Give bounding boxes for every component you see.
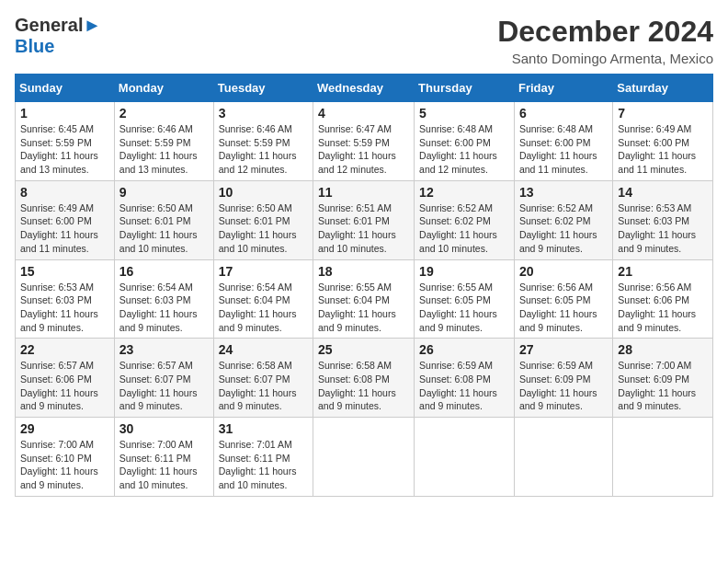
day-number: 5 [419, 106, 509, 121]
day-number: 11 [318, 185, 409, 200]
table-row: 24Sunrise: 6:58 AMSunset: 6:07 PMDayligh… [213, 339, 313, 418]
calendar-header-row: Sunday Monday Tuesday Wednesday Thursday… [16, 75, 713, 102]
day-info: Sunrise: 6:56 AMSunset: 6:05 PMDaylight:… [519, 281, 608, 335]
page-header: General► Blue December 2024 Santo Doming… [15, 15, 713, 66]
day-info: Sunrise: 6:45 AMSunset: 5:59 PMDaylight:… [20, 122, 109, 177]
day-info: Sunrise: 6:53 AMSunset: 6:03 PMDaylight:… [20, 281, 109, 335]
table-row: 4Sunrise: 6:47 AMSunset: 5:59 PMDaylight… [313, 102, 415, 181]
table-row: 27Sunrise: 6:59 AMSunset: 6:09 PMDayligh… [514, 339, 612, 418]
title-block: December 2024 Santo Domingo Armenta, Mex… [497, 15, 713, 66]
day-number: 13 [519, 185, 608, 200]
table-row: 22Sunrise: 6:57 AMSunset: 6:06 PMDayligh… [16, 339, 115, 418]
day-number: 25 [318, 342, 409, 357]
calendar-week-row: 8Sunrise: 6:49 AMSunset: 6:00 PMDaylight… [16, 180, 713, 259]
day-info: Sunrise: 7:00 AMSunset: 6:11 PMDaylight:… [119, 438, 209, 492]
col-monday: Monday [114, 75, 213, 102]
table-row [415, 418, 515, 497]
table-row: 1Sunrise: 6:45 AMSunset: 5:59 PMDaylight… [16, 102, 115, 181]
day-number: 9 [119, 185, 209, 200]
table-row: 14Sunrise: 6:53 AMSunset: 6:03 PMDayligh… [613, 180, 713, 259]
day-info: Sunrise: 6:48 AMSunset: 6:00 PMDaylight:… [419, 122, 509, 177]
day-number: 29 [20, 421, 109, 436]
table-row: 11Sunrise: 6:51 AMSunset: 6:01 PMDayligh… [313, 180, 415, 259]
calendar-week-row: 22Sunrise: 6:57 AMSunset: 6:06 PMDayligh… [16, 339, 713, 418]
day-number: 26 [419, 342, 509, 357]
table-row: 2Sunrise: 6:46 AMSunset: 5:59 PMDaylight… [114, 102, 213, 181]
day-info: Sunrise: 6:57 AMSunset: 6:07 PMDaylight:… [119, 359, 209, 413]
day-number: 14 [618, 185, 708, 200]
calendar-subtitle: Santo Domingo Armenta, Mexico [497, 51, 713, 66]
day-info: Sunrise: 7:00 AMSunset: 6:10 PMDaylight:… [20, 438, 109, 492]
day-info: Sunrise: 6:48 AMSunset: 6:00 PMDaylight:… [519, 122, 608, 177]
col-saturday: Saturday [613, 75, 713, 102]
col-sunday: Sunday [16, 75, 115, 102]
table-row: 28Sunrise: 7:00 AMSunset: 6:09 PMDayligh… [613, 339, 713, 418]
table-row [514, 418, 612, 497]
table-row [313, 418, 415, 497]
table-row: 6Sunrise: 6:48 AMSunset: 6:00 PMDaylight… [514, 102, 612, 181]
day-number: 8 [20, 185, 109, 200]
day-info: Sunrise: 7:01 AMSunset: 6:11 PMDaylight:… [219, 438, 308, 492]
table-row: 29Sunrise: 7:00 AMSunset: 6:10 PMDayligh… [16, 418, 115, 497]
day-number: 6 [519, 106, 608, 121]
day-number: 28 [618, 342, 708, 357]
table-row: 19Sunrise: 6:55 AMSunset: 6:05 PMDayligh… [415, 259, 515, 339]
day-number: 3 [219, 106, 308, 121]
day-number: 23 [119, 342, 209, 357]
day-info: Sunrise: 6:59 AMSunset: 6:08 PMDaylight:… [419, 359, 509, 413]
col-tuesday: Tuesday [213, 75, 313, 102]
day-info: Sunrise: 6:59 AMSunset: 6:09 PMDaylight:… [519, 359, 608, 413]
table-row: 3Sunrise: 6:46 AMSunset: 5:59 PMDaylight… [213, 102, 313, 181]
day-number: 21 [618, 264, 708, 279]
day-info: Sunrise: 6:57 AMSunset: 6:06 PMDaylight:… [20, 359, 109, 413]
day-number: 18 [318, 264, 409, 279]
day-info: Sunrise: 6:58 AMSunset: 6:07 PMDaylight:… [219, 359, 308, 413]
day-info: Sunrise: 6:52 AMSunset: 6:02 PMDaylight:… [419, 201, 509, 256]
day-number: 22 [20, 342, 109, 357]
day-info: Sunrise: 6:50 AMSunset: 6:01 PMDaylight:… [219, 201, 308, 256]
day-number: 24 [219, 342, 308, 357]
day-number: 2 [119, 106, 209, 121]
day-info: Sunrise: 6:55 AMSunset: 6:05 PMDaylight:… [419, 281, 509, 335]
table-row: 30Sunrise: 7:00 AMSunset: 6:11 PMDayligh… [114, 418, 213, 497]
day-info: Sunrise: 6:49 AMSunset: 6:00 PMDaylight:… [20, 201, 109, 256]
day-number: 10 [219, 185, 308, 200]
day-info: Sunrise: 6:55 AMSunset: 6:04 PMDaylight:… [318, 281, 409, 335]
table-row: 25Sunrise: 6:58 AMSunset: 6:08 PMDayligh… [313, 339, 415, 418]
day-number: 7 [618, 106, 708, 121]
day-info: Sunrise: 6:52 AMSunset: 6:02 PMDaylight:… [519, 201, 608, 256]
day-info: Sunrise: 6:46 AMSunset: 5:59 PMDaylight:… [219, 122, 308, 177]
logo-text: General► [15, 15, 101, 36]
table-row: 18Sunrise: 6:55 AMSunset: 6:04 PMDayligh… [313, 259, 415, 339]
calendar-week-row: 29Sunrise: 7:00 AMSunset: 6:10 PMDayligh… [16, 418, 713, 497]
calendar-table: Sunday Monday Tuesday Wednesday Thursday… [15, 74, 713, 497]
table-row: 8Sunrise: 6:49 AMSunset: 6:00 PMDaylight… [16, 180, 115, 259]
table-row: 21Sunrise: 6:56 AMSunset: 6:06 PMDayligh… [613, 259, 713, 339]
day-info: Sunrise: 6:46 AMSunset: 5:59 PMDaylight:… [119, 122, 209, 177]
logo-blue: Blue [15, 36, 54, 56]
day-info: Sunrise: 6:54 AMSunset: 6:03 PMDaylight:… [119, 281, 209, 335]
col-friday: Friday [514, 75, 612, 102]
table-row: 23Sunrise: 6:57 AMSunset: 6:07 PMDayligh… [114, 339, 213, 418]
calendar-title: December 2024 [497, 15, 713, 49]
table-row: 26Sunrise: 6:59 AMSunset: 6:08 PMDayligh… [415, 339, 515, 418]
table-row: 5Sunrise: 6:48 AMSunset: 6:00 PMDaylight… [415, 102, 515, 181]
day-number: 27 [519, 342, 608, 357]
day-info: Sunrise: 7:00 AMSunset: 6:09 PMDaylight:… [618, 359, 708, 413]
day-number: 1 [20, 106, 109, 121]
day-info: Sunrise: 6:49 AMSunset: 6:00 PMDaylight:… [618, 122, 708, 177]
table-row: 20Sunrise: 6:56 AMSunset: 6:05 PMDayligh… [514, 259, 612, 339]
day-info: Sunrise: 6:53 AMSunset: 6:03 PMDaylight:… [618, 201, 708, 256]
table-row: 15Sunrise: 6:53 AMSunset: 6:03 PMDayligh… [16, 259, 115, 339]
table-row: 31Sunrise: 7:01 AMSunset: 6:11 PMDayligh… [213, 418, 313, 497]
table-row: 12Sunrise: 6:52 AMSunset: 6:02 PMDayligh… [415, 180, 515, 259]
day-info: Sunrise: 6:56 AMSunset: 6:06 PMDaylight:… [618, 281, 708, 335]
day-number: 12 [419, 185, 509, 200]
table-row: 13Sunrise: 6:52 AMSunset: 6:02 PMDayligh… [514, 180, 612, 259]
day-number: 15 [20, 264, 109, 279]
day-number: 31 [219, 421, 308, 436]
table-row: 17Sunrise: 6:54 AMSunset: 6:04 PMDayligh… [213, 259, 313, 339]
logo: General► Blue [15, 15, 101, 57]
day-number: 30 [119, 421, 209, 436]
day-number: 16 [119, 264, 209, 279]
